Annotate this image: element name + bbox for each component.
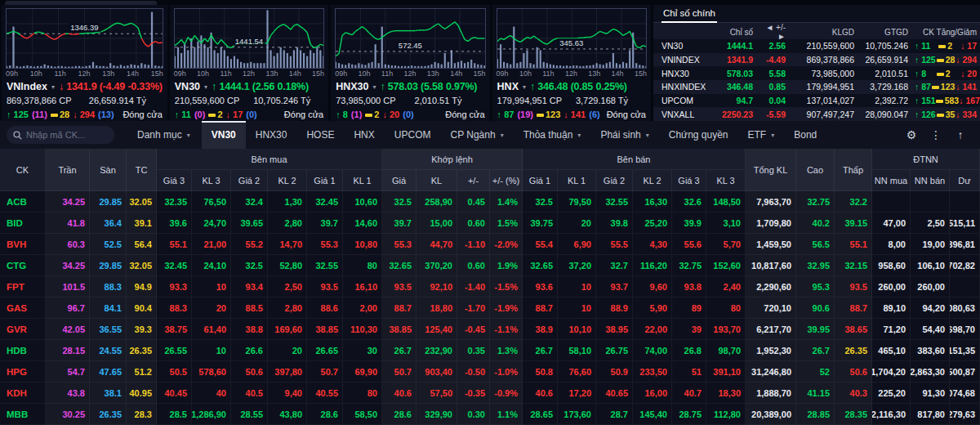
ceiling-price-cell[interactable]: 34.25 [46,191,90,212]
match-cell[interactable]: 44,70 [416,234,457,255]
floor-price-cell[interactable]: 47.65 [90,361,127,382]
ask-cell[interactable]: 10 [558,298,596,319]
match-cell[interactable]: 38.85 [382,319,416,340]
match-cell[interactable]: 57,50 [416,382,457,404]
match-cell[interactable]: 28.6 [382,404,416,425]
ask-cell[interactable]: 28.65 [523,404,558,425]
ask-cell[interactable]: 58,10 [558,340,596,361]
bid-cell[interactable]: 39.6 [157,212,192,234]
match-cell[interactable]: -0.35 [457,382,490,404]
match-cell[interactable]: 1.9% [490,255,523,276]
tab-thỏa-thuận[interactable]: Thỏa thuận▾ [514,121,591,149]
col-header-kl1[interactable]: KL 1 [343,170,382,191]
col-header-ck[interactable]: CK [0,149,46,191]
col-header-thap[interactable]: Thấp [835,149,872,191]
bid-cell[interactable]: 80 [343,382,382,404]
indices-table-row[interactable]: VNXALL2250.23-5.59907,497,24728,090.047↑… [653,107,980,121]
ask-cell[interactable]: 55.6 [672,234,706,255]
bid-cell[interactable]: 40.45 [157,382,192,404]
match-cell[interactable]: 26.7 [382,340,416,361]
bid-cell[interactable]: 43,80 [268,404,307,425]
bid-cell[interactable]: 26.6 [231,340,268,361]
ask-cell[interactable]: 32.65 [523,255,558,276]
tab-phái-sinh[interactable]: Phái sinh▾ [590,121,658,149]
reference-price-cell[interactable]: 32.05 [127,255,157,276]
charts-tab[interactable] [5,1,157,5]
bid-cell[interactable]: 2,80 [268,212,307,234]
ask-cell[interactable]: 40.65 [596,382,633,404]
match-cell[interactable]: 370,20 [416,255,457,276]
match-cell[interactable]: 1.4% [490,191,523,212]
table-row[interactable]: BVH60.352.556.455.121,0055.214,7055.310,… [0,234,980,255]
ask-cell[interactable]: 50.9 [596,361,633,382]
ask-cell[interactable]: 28.75 [672,404,706,425]
ask-cell[interactable]: 79,50 [558,191,596,212]
ask-cell[interactable]: 2,40 [706,276,746,298]
ask-cell[interactable]: 116,20 [633,255,672,276]
settings-gear-icon[interactable]: ⚙ [903,128,920,141]
bid-cell[interactable]: 397,80 [268,361,307,382]
bid-cell[interactable]: 32.5 [231,255,268,276]
reference-price-cell[interactable]: 32.05 [127,191,157,212]
tab-hnx[interactable]: HNX [344,121,384,149]
ticker-cell[interactable]: BID [0,212,46,234]
bid-cell[interactable]: 88.5 [231,298,268,319]
bid-cell[interactable]: 10 [192,340,231,361]
reference-price-cell[interactable]: 39.3 [127,319,157,340]
tab-hose[interactable]: HOSE [296,121,344,149]
bid-cell[interactable]: 20 [268,340,307,361]
bid-cell[interactable]: 14,70 [268,234,307,255]
ask-cell[interactable]: 93.7 [596,276,633,298]
col-header-pct[interactable]: +/- (%) [490,170,523,191]
chevron-down-icon[interactable]: ▾ [372,83,376,91]
ask-cell[interactable]: 40.6 [523,382,558,404]
ask-cell[interactable]: 93.8 [672,276,706,298]
ask-cell[interactable]: 17,20 [558,382,596,404]
bid-cell[interactable]: 28.5 [157,404,192,425]
ceiling-price-cell[interactable]: 101.5 [46,276,90,298]
ask-cell[interactable]: 51 [672,361,706,382]
bid-cell[interactable]: 32.4 [231,191,268,212]
ticker-cell[interactable]: ACB [0,191,46,212]
bid-cell[interactable]: 76,50 [192,191,231,212]
bid-cell[interactable]: 21,00 [192,234,231,255]
reference-price-cell[interactable]: 39.1 [127,212,157,234]
ticker-cell[interactable]: BVH [0,234,46,255]
ask-cell[interactable]: 9,60 [633,276,672,298]
chart-title-row[interactable]: VN30▾↑ 1444.1 (2.56 0.18%) [170,78,328,94]
ceiling-price-cell[interactable]: 60.3 [46,234,90,255]
reference-price-cell[interactable]: 28.3 [127,404,157,425]
tab-upcom[interactable]: UPCOM [385,121,441,149]
match-cell[interactable]: 0.35 [457,340,490,361]
ticker-cell[interactable]: CTG [0,255,46,276]
match-cell[interactable]: 329,90 [416,404,457,425]
ask-cell[interactable]: 10 [558,276,596,298]
ask-cell[interactable]: 39.8 [596,212,633,234]
ceiling-price-cell[interactable]: 96.7 [46,298,90,319]
tab-chi-so-chinh[interactable]: Chỉ số chính [662,5,717,23]
reference-price-cell[interactable]: 94.9 [127,276,157,298]
bid-cell[interactable]: 28.6 [307,404,343,425]
bid-cell[interactable]: 578,60 [192,361,231,382]
menu-danh-muc[interactable]: Danh mục ▾ [127,121,200,149]
table-row[interactable]: GVR42.0536.5539.338.7561,4038.8169,6038.… [0,319,980,340]
tab-vn30[interactable]: VN30 [202,121,246,149]
match-cell[interactable]: 258,90 [416,191,457,212]
bid-cell[interactable]: 2,80 [268,298,307,319]
bid-cell[interactable]: 28.55 [231,404,268,425]
match-cell[interactable]: 232,90 [416,340,457,361]
bid-cell[interactable]: 93.3 [157,276,192,298]
match-cell[interactable]: -0.50 [457,361,490,382]
ask-cell[interactable]: 26.7 [523,340,558,361]
ask-cell[interactable]: 88.7 [523,298,558,319]
bid-cell[interactable]: 26.65 [307,340,343,361]
bid-cell[interactable]: 50.5 [157,361,192,382]
bid-cell[interactable]: 55.3 [307,234,343,255]
col-header-ask-kl2[interactable]: KL 2 [633,170,672,191]
bid-cell[interactable]: 1,286,90 [192,404,231,425]
col-header-gia1[interactable]: Giá 1 [307,170,343,191]
reference-price-cell[interactable]: 90.4 [127,298,157,319]
match-cell[interactable]: 92,10 [416,276,457,298]
ask-cell[interactable]: 89 [672,298,706,319]
ask-cell[interactable]: 38.9 [523,319,558,340]
